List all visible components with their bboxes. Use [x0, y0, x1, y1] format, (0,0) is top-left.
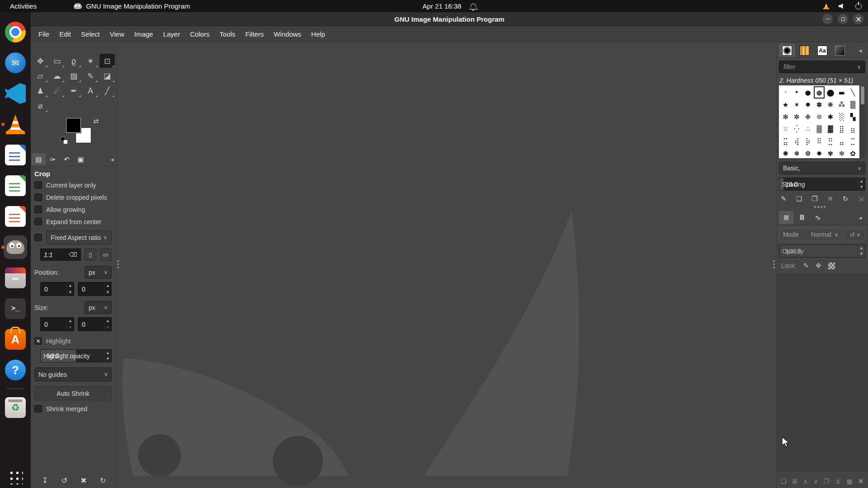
- spacing-slider[interactable]: Spacing 10.0 ▲▼: [779, 178, 865, 191]
- brush-item[interactable]: ★: [780, 99, 791, 111]
- crop-tool[interactable]: ⊡: [99, 54, 115, 68]
- dock-item-libreoffice-calc[interactable]: [0, 173, 31, 199]
- checkbox[interactable]: [34, 193, 42, 201]
- menu-image[interactable]: Image: [129, 27, 158, 42]
- dock-item-ubuntu-software[interactable]: A: [0, 326, 31, 352]
- size-unit-dropdown[interactable]: px ∨: [85, 301, 112, 314]
- auto-shrink-button[interactable]: Auto Shrink: [34, 386, 112, 400]
- brush-item[interactable]: ⣤: [836, 135, 847, 147]
- guides-dropdown[interactable]: No guides ∨: [34, 367, 112, 381]
- tab-menu-button[interactable]: ◂: [859, 47, 862, 54]
- option-row[interactable]: Delete cropped pixels: [31, 191, 117, 203]
- size-width-spinbox[interactable]: 0 ▲▼: [40, 317, 74, 331]
- spin-up-icon[interactable]: ▲: [104, 350, 111, 356]
- brush-item[interactable]: ⣭: [780, 135, 791, 147]
- new-layer-icon[interactable]: ❏: [781, 478, 787, 485]
- brush-item[interactable]: ⁛: [791, 123, 802, 135]
- dock-item-gimp[interactable]: [0, 234, 31, 260]
- brush-item[interactable]: ⡷: [802, 135, 814, 147]
- brush-item[interactable]: ❄: [836, 147, 847, 158]
- gradients-tab[interactable]: [832, 44, 848, 57]
- brush-item[interactable]: ✱: [825, 111, 836, 123]
- portrait-orientation-button[interactable]: ▯: [85, 249, 96, 261]
- tab-menu-button[interactable]: ◂: [859, 215, 862, 221]
- dock-item-thunderbird[interactable]: ✉: [0, 50, 31, 76]
- menu-select[interactable]: Select: [76, 27, 105, 42]
- brush-item[interactable]: ╲: [847, 86, 859, 99]
- brush-item[interactable]: ●: [814, 86, 825, 99]
- position-y-spinbox[interactable]: 0 ▲▼: [78, 282, 112, 296]
- brush-item[interactable]: •: [791, 86, 802, 99]
- brush-item[interactable]: ▒: [847, 99, 859, 111]
- layers-tab[interactable]: ≣: [779, 211, 793, 224]
- left-splitter-handle[interactable]: [117, 260, 119, 262]
- menu-edit[interactable]: Edit: [54, 27, 76, 42]
- merge-layer-icon[interactable]: ▦: [846, 478, 852, 485]
- clear-icon[interactable]: ⌫: [69, 251, 77, 258]
- lock-pixels-icon[interactable]: ✎: [803, 262, 809, 270]
- delete-brush-icon[interactable]: ✖: [827, 195, 833, 203]
- option-row[interactable]: Allow growing: [31, 203, 117, 216]
- brush-item[interactable]: ⢾: [791, 135, 802, 147]
- brush-item[interactable]: ·: [780, 86, 791, 99]
- spin-up-icon[interactable]: ▲: [104, 318, 111, 324]
- warp-transform-tool[interactable]: ☁: [49, 69, 65, 83]
- menu-filters[interactable]: Filters: [241, 27, 269, 42]
- layer-mode-dropdown[interactable]: Mode Normal ∨: [779, 228, 842, 241]
- shrink-merged-checkbox[interactable]: [34, 405, 42, 413]
- brush-item[interactable]: ▬: [836, 86, 847, 99]
- lock-position-icon[interactable]: ✥: [816, 262, 821, 270]
- device-status-tab[interactable]: ✑: [46, 153, 60, 165]
- checkbox[interactable]: [34, 181, 42, 189]
- spin-down-icon[interactable]: ▼: [858, 184, 865, 191]
- brush-item[interactable]: ✺: [780, 147, 791, 158]
- right-splitter-handle[interactable]: [773, 260, 775, 262]
- brush-item[interactable]: ✶: [791, 99, 802, 111]
- brush-item[interactable]: ⣛: [825, 135, 836, 147]
- delete-tool-preset-icon[interactable]: ✖: [80, 476, 86, 485]
- zoom-tool[interactable]: ⌀: [33, 99, 48, 113]
- spin-up-icon[interactable]: ▲: [104, 282, 111, 289]
- scrollbar-thumb[interactable]: [861, 86, 864, 104]
- brush-item[interactable]: ✼: [791, 111, 802, 123]
- save-tool-preset-icon[interactable]: ↧: [42, 476, 48, 485]
- dock-item-help[interactable]: ?: [0, 357, 31, 383]
- brush-item[interactable]: ⬤: [825, 86, 836, 99]
- canvas-area[interactable]: [118, 42, 776, 488]
- default-colors-icon[interactable]: [61, 137, 68, 144]
- new-layer-group-icon[interactable]: ⊞: [792, 478, 797, 485]
- minimize-button[interactable]: [822, 14, 833, 24]
- rectangle-select-tool[interactable]: ▭: [49, 54, 65, 68]
- spin-up-icon[interactable]: ▲: [67, 282, 74, 289]
- size-height-spinbox[interactable]: 0 ▲▼: [78, 317, 112, 331]
- checkbox[interactable]: [34, 218, 42, 225]
- position-unit-dropdown[interactable]: px ∨: [85, 266, 112, 279]
- mode-switch-button[interactable]: ↺ ∨: [844, 228, 865, 241]
- bucket-fill-tool[interactable]: ▨: [66, 69, 81, 83]
- highlight-checkbox[interactable]: [34, 337, 42, 345]
- paths-tab[interactable]: ∿: [811, 211, 825, 224]
- spin-buttons[interactable]: ▲▼: [858, 245, 865, 257]
- brush-item[interactable]: ⣶: [847, 123, 859, 135]
- brush-item[interactable]: ❋: [825, 99, 836, 111]
- tool-options-tab[interactable]: ▤: [32, 153, 46, 165]
- brush-item[interactable]: ⣿: [836, 123, 847, 135]
- swap-colors-icon[interactable]: ⇄: [93, 117, 99, 125]
- landscape-orientation-button[interactable]: ▭: [100, 249, 112, 261]
- fuzzy-select-tool[interactable]: ✶: [83, 54, 98, 68]
- lock-alpha-icon[interactable]: [828, 263, 835, 269]
- restore-tool-preset-icon[interactable]: ↺: [61, 476, 67, 485]
- foreground-color-swatch[interactable]: [66, 118, 81, 133]
- spin-up-icon[interactable]: ▲: [67, 318, 74, 324]
- option-row[interactable]: Current layer only: [31, 179, 117, 191]
- delete-layer-icon[interactable]: ✖: [858, 478, 863, 485]
- brush-item[interactable]: ▒: [814, 123, 825, 135]
- brush-item[interactable]: ⣉: [847, 135, 859, 147]
- images-tab[interactable]: ▣: [74, 153, 88, 165]
- highlight-opacity-slider[interactable]: Highlight opacity 50.0 ▲▼: [40, 349, 112, 362]
- menu-windows[interactable]: Windows: [269, 27, 306, 42]
- brush-item[interactable]: ✽: [814, 99, 825, 111]
- lower-layer-icon[interactable]: ∨: [813, 478, 818, 485]
- open-brush-as-image-icon[interactable]: ⇲: [858, 195, 863, 203]
- dock-item-files[interactable]: [0, 265, 31, 291]
